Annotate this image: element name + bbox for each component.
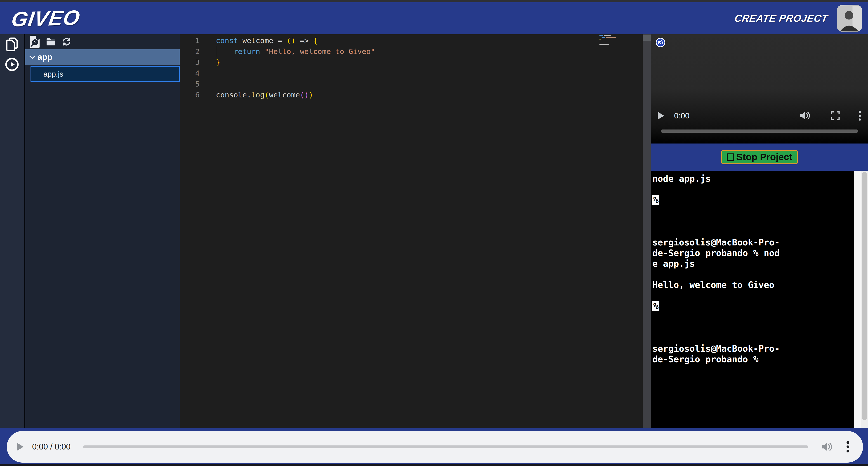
hide-files-button[interactable] [30,35,40,49]
camera-off-badge-icon [655,37,665,48]
minimap-row [599,40,640,41]
volume-icon [799,111,811,121]
code-text: } [199,57,220,68]
line-number: 5 [180,79,199,90]
terminal-line: de-Sergio probando % [652,354,854,365]
code-line: 3} [180,57,651,68]
terminal-line [652,333,854,343]
line-number: 4 [180,68,199,79]
explorer-file-appjs[interactable]: app.js [31,66,180,82]
audio-seek-bar[interactable] [83,445,808,448]
video-play-button[interactable] [658,112,664,120]
user-avatar[interactable] [837,5,862,32]
terminal-line [652,290,854,301]
terminal-line [652,205,854,216]
terminal-line [652,269,854,280]
terminal-output[interactable]: node app.js % sergiosolis@MacBook-Pro-de… [651,170,854,428]
terminal-line: Hello, welcome to Giveo [652,280,854,290]
code-text: return "Hello, welcome to Giveo" [199,46,375,57]
terminal-line: e app.js [652,258,854,269]
editor-scrollbar-thumb[interactable] [643,35,651,41]
refresh-icon [61,37,71,46]
audio-player-bar: 0:00 / 0:00 [0,428,868,466]
hide-file-icon [30,35,40,49]
line-number: 6 [180,90,199,100]
video-volume-button[interactable] [799,111,811,121]
code-line: 5 [180,79,651,90]
run-control-bar: Stop Project [651,144,868,170]
editor-scrollbar[interactable] [643,34,651,428]
page-scrollbar-thumb[interactable] [862,172,867,420]
stop-square-icon [727,153,734,161]
minimap-row [599,35,640,36]
window-top-edge [0,0,868,2]
copy-files-button[interactable] [4,37,20,52]
play-circle-icon [5,57,19,71]
explorer-folder-app[interactable]: app [25,49,180,65]
code-line: 6console.log(welcome()) [180,90,651,100]
video-current-time: 0:00 [674,111,689,120]
minimap-row [599,37,640,38]
video-player: 0:00 [651,34,868,144]
refresh-files-button[interactable] [61,37,71,46]
open-folder-button[interactable] [46,38,56,46]
create-project-button[interactable]: CREATE PROJECT [733,12,830,24]
code-text: const welcome = () => { [199,35,318,46]
terminal-line [652,184,854,194]
giveo-ide-window: GIVEO CREATE PROJECT [0,0,868,466]
terminal-cursor-block: % [652,301,659,311]
code-text [199,79,220,90]
window-bottom-edge [0,464,868,466]
page-scrollbar[interactable] [861,170,868,428]
terminal-line: de-Sergio probando % nod [652,248,854,258]
copy-files-icon [5,37,19,52]
terminal-line: % [652,194,854,205]
app-header: GIVEO CREATE PROJECT [0,2,868,34]
audio-play-button[interactable] [17,443,24,451]
fullscreen-icon [831,111,840,120]
video-seek-bar[interactable] [661,129,858,133]
terminal-line [652,311,854,322]
kebab-menu-icon [859,111,861,121]
explorer-toolbar [25,34,180,49]
video-fullscreen-button[interactable] [831,111,840,120]
code-text: console.log(welcome()) [199,90,313,100]
terminal-scrollbar[interactable] [854,170,861,428]
line-number: 2 [180,46,199,57]
video-controls: 0:00 [658,108,861,123]
code-line: 1const welcome = () => { [180,35,651,46]
folder-name: app [37,53,53,62]
code-line: 4 [180,68,651,79]
avatar-photo-placeholder [837,5,862,32]
stop-project-button[interactable]: Stop Project [721,150,798,164]
minimap-row [599,44,640,45]
stop-project-label: Stop Project [736,152,792,162]
run-project-button[interactable] [4,57,20,72]
folder-icon [46,38,56,46]
code-text [199,68,220,79]
audio-menu-button[interactable] [846,441,849,453]
preview-panel: 0:00 [651,34,868,428]
code-lines: 1const welcome = () => {2 return "Hello,… [180,35,651,100]
terminal-line: sergiosolis@MacBook-Pro- [652,237,854,248]
terminal-cursor-block: % [652,195,659,205]
minimap-row [599,39,640,39]
terminal-line [652,322,854,333]
audio-volume-icon [821,442,833,452]
audio-player: 0:00 / 0:00 [7,431,863,463]
line-number: 1 [180,35,199,46]
file-explorer: app app.js [25,34,180,428]
line-number: 3 [180,57,199,68]
terminal-line: % [652,301,854,311]
editor-minimap[interactable] [599,35,640,46]
audio-time: 0:00 / 0:00 [32,442,70,452]
main-content-row: app app.js 1const welcome = () => {2 ret… [0,34,868,428]
terminal-line: node app.js [652,173,854,184]
code-editor[interactable]: 1const welcome = () => {2 return "Hello,… [180,34,651,428]
audio-volume-button[interactable] [821,442,833,452]
audio-kebab-menu-icon [846,441,849,453]
terminal-line [652,226,854,237]
terminal-line: sergiosolis@MacBook-Pro- [652,343,854,354]
video-menu-button[interactable] [859,111,861,121]
giveo-logo[interactable]: GIVEO [10,6,82,31]
